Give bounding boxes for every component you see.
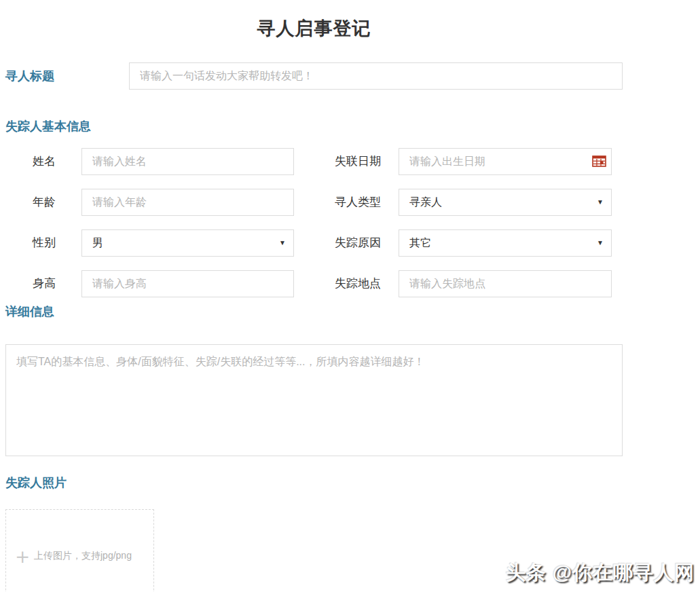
- missing-reason-label: 失踪原因: [335, 229, 381, 257]
- age-input[interactable]: [81, 189, 294, 216]
- height-label: 身高: [33, 270, 56, 297]
- age-label: 年龄: [33, 189, 56, 216]
- section-heading-detail-info: 详细信息: [5, 303, 54, 320]
- chevron-down-icon: ▼: [597, 199, 604, 206]
- name-label: 姓名: [33, 148, 56, 175]
- chevron-down-icon: ▼: [279, 240, 286, 246]
- lost-date-input[interactable]: [399, 148, 612, 175]
- title-input[interactable]: [129, 62, 623, 90]
- missing-place-input[interactable]: [399, 270, 612, 297]
- detail-textarea[interactable]: [5, 344, 623, 456]
- search-type-label: 寻人类型: [335, 189, 381, 216]
- upload-hint-text: 上传图片，支持jpg/png: [34, 550, 132, 562]
- photo-upload-box[interactable]: ＋ 上传图片，支持jpg/png: [5, 509, 154, 592]
- section-heading-basic-info: 失踪人基本信息: [5, 118, 91, 134]
- gender-select[interactable]: 男 ▼: [81, 229, 294, 257]
- plus-icon: ＋: [12, 545, 33, 567]
- missing-reason-select[interactable]: 其它 ▼: [399, 229, 612, 257]
- search-type-select[interactable]: 寻亲人 ▼: [399, 189, 612, 216]
- title-field-label: 寻人标题: [5, 62, 54, 90]
- gender-value: 男: [92, 236, 103, 251]
- watermark: 头条 @你在哪寻人网: [506, 559, 695, 587]
- search-type-value: 寻亲人: [409, 196, 442, 210]
- gender-label: 性别: [33, 229, 56, 257]
- lost-date-label: 失联日期: [335, 148, 381, 175]
- chevron-down-icon: ▼: [597, 240, 604, 246]
- missing-reason-value: 其它: [409, 236, 431, 251]
- page-title: 寻人启事登记: [0, 16, 628, 41]
- height-input[interactable]: [81, 270, 294, 297]
- section-heading-photos: 失踪人照片: [5, 475, 67, 491]
- missing-place-label: 失踪地点: [335, 270, 381, 297]
- name-input[interactable]: [81, 148, 294, 175]
- calendar-icon[interactable]: [592, 155, 606, 167]
